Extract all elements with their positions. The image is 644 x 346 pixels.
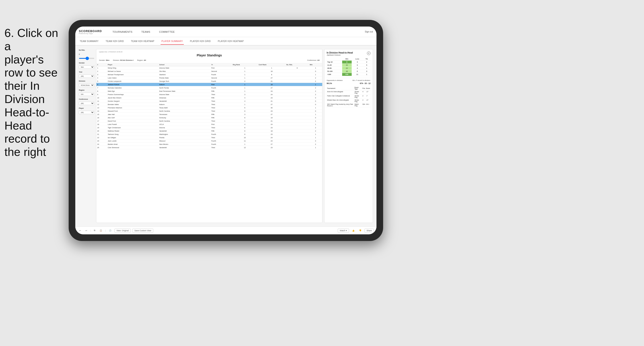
cell-reg-rank: 12 xyxy=(232,146,258,149)
table-row[interactable]: 13 Phichaksn Maichon Texas A&M Third 6 3… xyxy=(96,106,322,109)
player-filter: Player (All) xyxy=(79,107,94,114)
opponents-label: Opponents in division: xyxy=(327,79,343,81)
cell-num: 6 xyxy=(96,83,107,86)
thumbs-up-button[interactable]: 👍 xyxy=(351,229,356,232)
share-button[interactable]: Share xyxy=(364,229,374,233)
table-row[interactable]: 25 Cole Sherwood Vanderbilt Third 12 23 … xyxy=(96,146,322,149)
player-select[interactable]: (All) xyxy=(79,111,94,114)
gender-select[interactable]: Men xyxy=(79,65,94,69)
clock-button[interactable]: 🕐 xyxy=(108,229,113,232)
watch-button[interactable]: Watch ▾ xyxy=(338,229,349,233)
cell-yr: Third xyxy=(210,103,232,106)
table-row[interactable]: 21 Taehoon Song Washington Fourth 6 23 1 xyxy=(96,133,322,136)
cell-no-rds xyxy=(286,139,309,143)
save-custom-button[interactable]: Save Custom View xyxy=(132,229,153,233)
table-row[interactable]: 5 Christo Lamprecht Georgia Tech Fourth … xyxy=(96,80,322,83)
table-scroll[interactable]: # Player School Yr Reg Rank Conf Rank No… xyxy=(96,63,322,223)
table-row[interactable]: 20 Matthew Riedel Vanderbilt Fifth 6 18 … xyxy=(96,129,322,133)
copy-button[interactable]: ⧉ xyxy=(92,229,96,232)
cell-no-rds xyxy=(286,70,309,73)
sign-out-button[interactable]: Sign out xyxy=(365,30,373,33)
tab-player-h2h-heatmap[interactable]: PLAYER H2H HEATMAP xyxy=(217,38,245,45)
tab-team-h2h-heatmap[interactable]: TEAM H2H HEATMAP xyxy=(130,38,155,45)
table-row[interactable]: 19 Tiger Christensen Arizona Third 8 23 … xyxy=(96,126,322,129)
h2h-win: 22 xyxy=(342,67,352,70)
cell-no-rds xyxy=(286,96,309,100)
table-row[interactable]: 7 Nicholas Gabrelick North Florida Fourt… xyxy=(96,86,322,90)
tab-team-h2h-grid[interactable]: TEAM H2H GRID xyxy=(105,38,125,45)
instruction-text: 6. Click on a player's row to see their … xyxy=(0,26,64,159)
cell-num: 16 xyxy=(96,116,107,119)
table-row[interactable]: 8 Mats Ege East Tennessee State Fifth 1 … xyxy=(96,90,322,93)
nav-committee[interactable]: COMMITTEE xyxy=(158,30,177,34)
cell-school: Stanford xyxy=(158,73,210,76)
cell-win: 2 xyxy=(309,80,322,83)
table-row[interactable]: 14 Maxwell Ford North Carolina Third 8 2… xyxy=(96,109,322,113)
cell-num: 14 xyxy=(96,109,107,113)
conference-select[interactable]: (All) xyxy=(79,102,94,105)
cell-reg-rank: 1 xyxy=(232,70,258,73)
table-row[interactable]: 15 Jake Hall Tennessee Fifth 3 27 1 xyxy=(96,113,322,116)
tab-player-summary[interactable]: PLAYER SUMMARY xyxy=(160,38,184,45)
h2h-col-loss: Loss xyxy=(352,57,363,61)
table-row[interactable]: 1 Wenyi Ding Arizona State First 1 1 8 1 xyxy=(96,66,322,70)
h2h-tie: 1 xyxy=(363,73,370,76)
tab-team-summary[interactable]: TEAM SUMMARY xyxy=(79,38,100,45)
cell-yr: First xyxy=(210,66,232,70)
cell-no-rds xyxy=(286,83,309,86)
year-select[interactable]: (All) xyxy=(79,74,94,78)
nav-tournaments[interactable]: TOURNAMENTS xyxy=(111,30,134,34)
t-score: 18-1 xyxy=(366,103,370,107)
h2h-close-button[interactable]: ✕ xyxy=(367,51,370,55)
h2h-win: 20 xyxy=(342,64,352,67)
region-label: Region xyxy=(79,89,94,91)
region-select[interactable]: N/A xyxy=(79,93,94,96)
cell-player: Preston Summerhays xyxy=(107,93,158,96)
tab-player-h2h-grid[interactable]: PLAYER H2H GRID xyxy=(189,38,212,45)
paste-button[interactable]: 📋 xyxy=(98,229,104,232)
table-row[interactable]: 10 Jacob Mac Diesen Arkansas Fifth 4 23 … xyxy=(96,96,322,100)
table-row[interactable]: 2 Michael La Sasso Ole Miss Second 1 18 … xyxy=(96,70,322,73)
redo-button[interactable]: ↩ xyxy=(84,229,88,232)
cell-reg-rank: 1 xyxy=(232,66,258,70)
cell-num: 1 xyxy=(96,66,107,70)
cell-num: 24 xyxy=(96,143,107,146)
cell-conf-rank: 23 xyxy=(258,96,286,100)
table-row[interactable]: 23 Jack Lundin Missouri Fourth 11 24 0 xyxy=(96,139,322,143)
cell-conf-rank: 18 xyxy=(258,70,286,73)
table-row[interactable]: 18 Luke Powell UCLA First 4 24 1 xyxy=(96,123,322,126)
cell-no-rds xyxy=(286,86,309,90)
cell-num: 15 xyxy=(96,113,107,116)
cell-school: Florida xyxy=(158,136,210,139)
cell-no-rds xyxy=(286,129,309,133)
table-row[interactable]: 16 Alex Goff Kentucky Fifth 8 19 0 xyxy=(96,116,322,119)
h2h-title: In Division Head-to-Head xyxy=(327,51,353,54)
year-filter: Year (All) xyxy=(79,71,94,78)
table-row[interactable]: 24 Bastien Amat New Mexico Fourth 1 27 2 xyxy=(96,143,322,146)
cell-win: 2 xyxy=(309,129,322,133)
cell-school: Vanderbilt xyxy=(158,100,210,103)
cell-yr: Fourth xyxy=(210,86,232,90)
table-row[interactable]: 12 Brendan Valles Auburn Third 1 27 0 xyxy=(96,103,322,106)
view-original-button[interactable]: View: Original xyxy=(114,229,131,233)
no-rds-slider[interactable] xyxy=(79,58,94,59)
bottom-toolbar: ↩ ↩ | ⧉ 📋 | 🕐 View: Original Save Custom… xyxy=(75,226,376,234)
undo-button[interactable]: ↩ xyxy=(78,229,82,232)
cell-win: 1 xyxy=(309,133,322,136)
cell-reg-rank: 1 xyxy=(232,103,258,106)
panel-header: Update time: 27/03/2024 16:56:26 Player … xyxy=(96,49,322,63)
table-row[interactable]: 11 Gordon Sargent Vanderbilt Third 4 21 … xyxy=(96,100,322,103)
table-row[interactable]: 3 Michael Thorbjornsen Stanford Fourth 1… xyxy=(96,73,322,76)
table-row[interactable]: 17 David Ford North Carolina Third 1 21 … xyxy=(96,119,322,123)
cell-yr: Fifth xyxy=(210,129,232,133)
cell-no-rds xyxy=(286,119,309,123)
table-row[interactable]: 22 Ian Gilligan Florida Third 10 24 1 xyxy=(96,136,322,139)
thumbs-down-button[interactable]: 👎 xyxy=(358,229,363,232)
cell-yr: Fifth xyxy=(210,116,232,119)
division-select[interactable]: NCAA Division I xyxy=(79,84,94,87)
cell-school: Vanderbilt xyxy=(158,146,210,149)
table-row[interactable]: 9 Preston Summerhays Arizona State Third… xyxy=(96,93,322,96)
table-row[interactable]: 6 Jackson Koivun Auburn First 1 18 1 xyxy=(96,83,322,86)
nav-teams[interactable]: TEAMS xyxy=(140,30,152,34)
table-row[interactable]: 4 Luke Claton Florida State Second 1 27 … xyxy=(96,76,322,80)
